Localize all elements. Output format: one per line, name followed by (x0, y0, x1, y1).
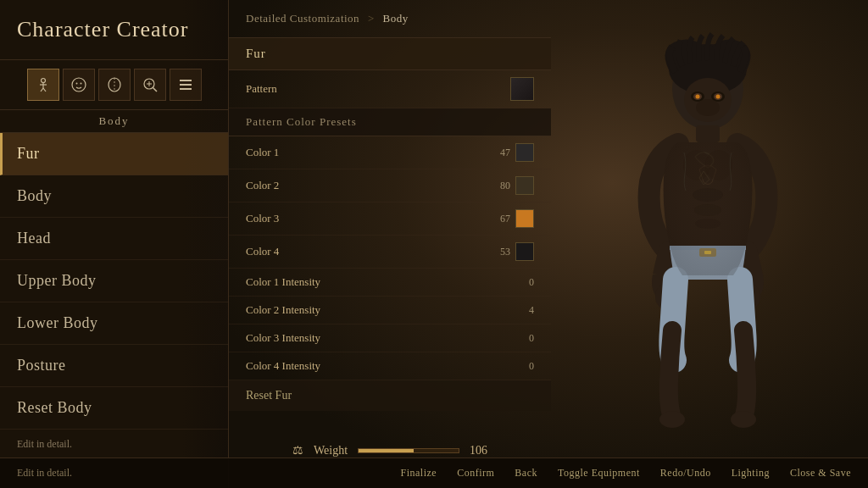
color-2-intensity-row[interactable]: Color 2 Intensity 4 (229, 297, 551, 324)
color-1-swatch (515, 143, 534, 162)
svg-point-26 (696, 99, 720, 116)
edit-status: Edit in detail. (17, 467, 72, 480)
color-2-swatch (515, 176, 534, 195)
tab-extra-icon[interactable] (170, 69, 202, 101)
nav-lower-body[interactable]: Lower Body (0, 302, 228, 345)
pattern-thumbnail (510, 77, 534, 101)
tab-zoom-icon[interactable] (134, 69, 166, 101)
color-1-value: 47 (500, 143, 534, 162)
presets-header: Pattern Color Presets (229, 108, 551, 136)
color-3-swatch (515, 209, 534, 228)
svg-point-7 (80, 83, 81, 85)
section-fur-header: Fur (229, 38, 551, 70)
svg-line-3 (41, 88, 43, 92)
color-4-intensity-value: 0 (529, 360, 534, 373)
color-3-label: Color 3 (246, 212, 279, 225)
color-4-label: Color 4 (246, 245, 279, 258)
toggle-equipment-button[interactable]: Toggle Equipment (558, 467, 640, 480)
svg-point-24 (696, 95, 700, 99)
nav-body[interactable]: Body (0, 175, 228, 218)
svg-point-5 (72, 78, 86, 92)
weight-value: 106 (470, 444, 487, 458)
color-1-intensity-label: Color 1 Intensity (246, 275, 320, 289)
color-4-swatch (515, 242, 534, 261)
tab-body-icon[interactable] (27, 69, 59, 101)
character-svg (615, 25, 801, 432)
svg-point-6 (75, 83, 77, 85)
svg-rect-16 (180, 88, 192, 90)
color-4-row[interactable]: Color 4 53 (229, 236, 551, 269)
main-panel: Detailed Customization > Body Fur Patter… (229, 0, 551, 458)
color-3-intensity-row[interactable]: Color 3 Intensity 0 (229, 324, 551, 352)
body-section-label: Body (0, 110, 228, 133)
weight-label: Weight (314, 444, 348, 458)
color-4-number: 53 (500, 246, 510, 258)
tab-face-icon[interactable] (63, 69, 95, 101)
app-title: Character Creator (0, 17, 228, 60)
color-4-intensity-row[interactable]: Color 4 Intensity 0 (229, 352, 551, 380)
weight-bar: ⚖ Weight 106 (229, 443, 551, 458)
breadcrumb-path: Detailed Customization (246, 12, 359, 25)
color-2-row[interactable]: Color 2 80 (229, 169, 551, 202)
reset-fur-row[interactable]: Reset Fur (229, 380, 551, 411)
pattern-row[interactable]: Pattern (229, 70, 551, 108)
color-2-intensity-label: Color 2 Intensity (246, 303, 320, 317)
svg-point-38 (659, 411, 685, 428)
svg-line-11 (153, 88, 157, 92)
close-save-button[interactable]: Close & Save (790, 467, 851, 480)
sidebar: Character Creator (0, 0, 229, 488)
panel-content: Fur Pattern Pattern Color Presets Color … (229, 38, 551, 411)
color-4-intensity-label: Color 4 Intensity (246, 359, 320, 373)
weight-icon: ⚖ (292, 443, 303, 458)
color-3-number: 67 (500, 213, 510, 225)
color-3-intensity-value: 0 (529, 332, 534, 345)
color-2-label: Color 2 (246, 179, 279, 192)
color-2-number: 80 (500, 180, 510, 192)
nav-reset-body[interactable]: Reset Body (0, 387, 228, 430)
color-3-intensity-label: Color 3 Intensity (246, 331, 320, 345)
redo-undo-button[interactable]: Redo/Undo (660, 467, 711, 480)
svg-point-25 (716, 95, 721, 99)
svg-point-39 (731, 411, 756, 428)
breadcrumb: Detailed Customization > Body (229, 0, 551, 38)
svg-rect-15 (180, 84, 192, 86)
weight-track[interactable] (358, 448, 459, 453)
tab-head-icon[interactable] (98, 69, 131, 101)
color-4-value: 53 (500, 242, 534, 261)
icon-tab-row (0, 60, 228, 110)
breadcrumb-separator: > (368, 12, 378, 25)
color-1-row[interactable]: Color 1 47 (229, 136, 551, 169)
weight-fill (359, 449, 414, 452)
color-2-intensity-value: 4 (529, 304, 534, 317)
breadcrumb-current: Body (382, 12, 408, 25)
color-2-value: 80 (500, 176, 534, 195)
sidebar-status: Edit in detail. (0, 431, 229, 458)
svg-line-4 (43, 88, 46, 92)
nav-head[interactable]: Head (0, 218, 228, 260)
svg-rect-27 (696, 125, 720, 142)
color-1-number: 47 (500, 147, 510, 159)
color-1-label: Color 1 (246, 146, 279, 159)
lighting-button[interactable]: Lighting (732, 467, 770, 480)
color-3-value: 67 (500, 209, 534, 228)
pattern-label: Pattern (246, 82, 277, 96)
nav-posture[interactable]: Posture (0, 345, 228, 387)
color-1-intensity-value: 0 (529, 276, 534, 289)
confirm-button[interactable]: Confirm (457, 467, 494, 480)
character-figure (551, 17, 865, 441)
nav-fur[interactable]: Fur (0, 133, 228, 175)
bottom-toolbar: Edit in detail. Finalize Confirm Back To… (0, 458, 868, 488)
finalize-button[interactable]: Finalize (401, 467, 437, 480)
color-3-row[interactable]: Color 3 67 (229, 202, 551, 236)
back-button[interactable]: Back (515, 467, 537, 480)
svg-rect-14 (180, 80, 192, 81)
reset-fur-label: Reset Fur (246, 389, 292, 402)
svg-point-0 (41, 79, 45, 83)
nav-upper-body[interactable]: Upper Body (0, 260, 228, 302)
color-1-intensity-row[interactable]: Color 1 Intensity 0 (229, 269, 551, 297)
pattern-value (510, 77, 534, 101)
